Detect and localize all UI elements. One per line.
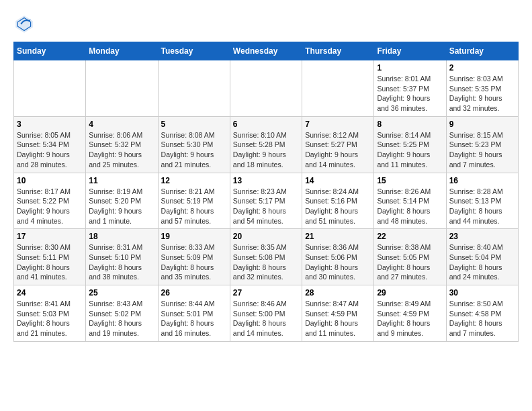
calendar-cell: 18Sunrise: 8:31 AM Sunset: 5:10 PM Dayli… [86, 229, 158, 285]
calendar-cell: 3Sunrise: 8:05 AM Sunset: 5:34 PM Daylig… [14, 116, 86, 173]
calendar-cell: 26Sunrise: 8:44 AM Sunset: 5:01 PM Dayli… [158, 285, 230, 342]
day-info: Sunrise: 8:05 AM Sunset: 5:34 PM Dayligh… [17, 130, 83, 170]
calendar-cell: 10Sunrise: 8:17 AM Sunset: 5:22 PM Dayli… [14, 173, 86, 229]
day-info: Sunrise: 8:31 AM Sunset: 5:10 PM Dayligh… [89, 242, 154, 282]
calendar-week-row: 24Sunrise: 8:41 AM Sunset: 5:03 PM Dayli… [14, 285, 519, 342]
calendar-cell: 19Sunrise: 8:33 AM Sunset: 5:09 PM Dayli… [158, 229, 230, 285]
calendar-cell: 17Sunrise: 8:30 AM Sunset: 5:11 PM Dayli… [14, 229, 86, 285]
day-info: Sunrise: 8:06 AM Sunset: 5:32 PM Dayligh… [89, 130, 154, 170]
day-number: 17 [17, 232, 83, 241]
calendar-cell: 25Sunrise: 8:43 AM Sunset: 5:02 PM Dayli… [86, 285, 158, 342]
day-info: Sunrise: 8:23 AM Sunset: 5:17 PM Dayligh… [233, 187, 299, 226]
calendar-cell [302, 60, 374, 117]
day-number: 1 [377, 63, 443, 73]
day-number: 6 [233, 120, 299, 129]
day-number: 22 [377, 232, 443, 241]
day-info: Sunrise: 8:38 AM Sunset: 5:05 PM Dayligh… [377, 242, 443, 282]
day-number: 18 [89, 232, 154, 241]
header [13, 13, 519, 35]
calendar-cell: 15Sunrise: 8:26 AM Sunset: 5:14 PM Dayli… [374, 173, 446, 229]
calendar-cell: 6Sunrise: 8:10 AM Sunset: 5:28 PM Daylig… [230, 116, 302, 173]
day-info: Sunrise: 8:44 AM Sunset: 5:01 PM Dayligh… [161, 299, 227, 338]
calendar-cell: 30Sunrise: 8:50 AM Sunset: 4:58 PM Dayli… [446, 285, 518, 342]
day-number: 7 [305, 120, 371, 129]
calendar-cell: 13Sunrise: 8:23 AM Sunset: 5:17 PM Dayli… [230, 173, 302, 229]
calendar-cell [230, 60, 302, 117]
calendar-cell [158, 60, 230, 117]
calendar-cell: 7Sunrise: 8:12 AM Sunset: 5:27 PM Daylig… [302, 116, 374, 173]
weekday-header: Monday [86, 42, 158, 60]
calendar-cell: 1Sunrise: 8:01 AM Sunset: 5:37 PM Daylig… [374, 60, 446, 117]
day-info: Sunrise: 8:08 AM Sunset: 5:30 PM Dayligh… [161, 130, 227, 170]
day-info: Sunrise: 8:14 AM Sunset: 5:25 PM Dayligh… [377, 130, 443, 170]
day-number: 26 [161, 288, 227, 298]
weekday-header: Saturday [446, 42, 518, 60]
day-info: Sunrise: 8:17 AM Sunset: 5:22 PM Dayligh… [17, 187, 83, 226]
day-info: Sunrise: 8:35 AM Sunset: 5:08 PM Dayligh… [233, 242, 299, 282]
day-info: Sunrise: 8:03 AM Sunset: 5:35 PM Dayligh… [449, 74, 515, 113]
day-info: Sunrise: 8:49 AM Sunset: 4:59 PM Dayligh… [377, 299, 443, 338]
calendar-cell: 24Sunrise: 8:41 AM Sunset: 5:03 PM Dayli… [14, 285, 86, 342]
calendar-cell: 28Sunrise: 8:47 AM Sunset: 4:59 PM Dayli… [302, 285, 374, 342]
weekday-header: Friday [374, 42, 446, 60]
calendar-cell: 9Sunrise: 8:15 AM Sunset: 5:23 PM Daylig… [446, 116, 518, 173]
day-number: 2 [449, 63, 515, 73]
day-info: Sunrise: 8:19 AM Sunset: 5:20 PM Dayligh… [89, 187, 154, 226]
logo-icon [13, 13, 35, 35]
calendar-cell: 23Sunrise: 8:40 AM Sunset: 5:04 PM Dayli… [446, 229, 518, 285]
day-info: Sunrise: 8:36 AM Sunset: 5:06 PM Dayligh… [305, 242, 371, 282]
calendar-cell: 22Sunrise: 8:38 AM Sunset: 5:05 PM Dayli… [374, 229, 446, 285]
day-number: 19 [161, 232, 227, 241]
day-number: 30 [449, 288, 515, 298]
day-number: 20 [233, 232, 299, 241]
calendar-cell [14, 60, 86, 117]
calendar-cell: 14Sunrise: 8:24 AM Sunset: 5:16 PM Dayli… [302, 173, 374, 229]
day-number: 5 [161, 120, 227, 129]
day-number: 25 [89, 288, 154, 298]
day-info: Sunrise: 8:24 AM Sunset: 5:16 PM Dayligh… [305, 187, 371, 226]
calendar-week-row: 10Sunrise: 8:17 AM Sunset: 5:22 PM Dayli… [14, 173, 519, 229]
day-number: 12 [161, 176, 227, 185]
logo [13, 13, 38, 35]
day-number: 13 [233, 176, 299, 185]
calendar-cell: 27Sunrise: 8:46 AM Sunset: 5:00 PM Dayli… [230, 285, 302, 342]
day-number: 21 [305, 232, 371, 241]
day-info: Sunrise: 8:21 AM Sunset: 5:19 PM Dayligh… [161, 187, 227, 226]
day-number: 8 [377, 120, 443, 129]
calendar-cell: 2Sunrise: 8:03 AM Sunset: 5:35 PM Daylig… [446, 60, 518, 117]
calendar-cell: 8Sunrise: 8:14 AM Sunset: 5:25 PM Daylig… [374, 116, 446, 173]
day-number: 29 [377, 288, 443, 298]
day-number: 10 [17, 176, 83, 185]
weekday-header: Tuesday [158, 42, 230, 60]
day-info: Sunrise: 8:15 AM Sunset: 5:23 PM Dayligh… [449, 130, 515, 170]
day-number: 16 [449, 176, 515, 185]
day-info: Sunrise: 8:10 AM Sunset: 5:28 PM Dayligh… [233, 130, 299, 170]
day-info: Sunrise: 8:41 AM Sunset: 5:03 PM Dayligh… [17, 299, 83, 338]
day-info: Sunrise: 8:47 AM Sunset: 4:59 PM Dayligh… [305, 299, 371, 338]
day-info: Sunrise: 8:01 AM Sunset: 5:37 PM Dayligh… [377, 74, 443, 113]
day-info: Sunrise: 8:33 AM Sunset: 5:09 PM Dayligh… [161, 242, 227, 282]
weekday-header: Thursday [302, 42, 374, 60]
calendar-cell: 16Sunrise: 8:28 AM Sunset: 5:13 PM Dayli… [446, 173, 518, 229]
day-number: 15 [377, 176, 443, 185]
weekday-header: Sunday [14, 42, 86, 60]
day-number: 28 [305, 288, 371, 298]
day-number: 11 [89, 176, 154, 185]
day-info: Sunrise: 8:46 AM Sunset: 5:00 PM Dayligh… [233, 299, 299, 338]
calendar-week-row: 3Sunrise: 8:05 AM Sunset: 5:34 PM Daylig… [14, 116, 519, 173]
calendar: SundayMondayTuesdayWednesdayThursdayFrid… [13, 42, 519, 342]
day-info: Sunrise: 8:43 AM Sunset: 5:02 PM Dayligh… [89, 299, 154, 338]
day-number: 3 [17, 120, 83, 129]
day-number: 14 [305, 176, 371, 185]
day-number: 4 [89, 120, 154, 129]
day-info: Sunrise: 8:40 AM Sunset: 5:04 PM Dayligh… [449, 242, 515, 282]
calendar-week-row: 17Sunrise: 8:30 AM Sunset: 5:11 PM Dayli… [14, 229, 519, 285]
day-number: 24 [17, 288, 83, 298]
calendar-cell: 20Sunrise: 8:35 AM Sunset: 5:08 PM Dayli… [230, 229, 302, 285]
day-info: Sunrise: 8:50 AM Sunset: 4:58 PM Dayligh… [449, 299, 515, 338]
day-number: 23 [449, 232, 515, 241]
calendar-cell: 5Sunrise: 8:08 AM Sunset: 5:30 PM Daylig… [158, 116, 230, 173]
calendar-cell: 21Sunrise: 8:36 AM Sunset: 5:06 PM Dayli… [302, 229, 374, 285]
day-info: Sunrise: 8:28 AM Sunset: 5:13 PM Dayligh… [449, 187, 515, 226]
day-info: Sunrise: 8:12 AM Sunset: 5:27 PM Dayligh… [305, 130, 371, 170]
